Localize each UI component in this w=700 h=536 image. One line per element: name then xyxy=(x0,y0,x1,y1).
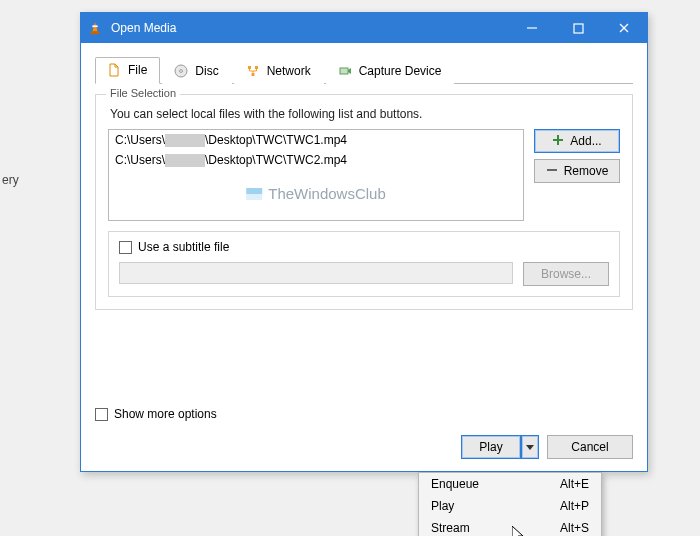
cursor-icon xyxy=(512,526,526,536)
background-text-fragment: ery xyxy=(2,173,19,187)
menu-item-stream[interactable]: Stream Alt+S xyxy=(419,517,601,536)
play-button-main[interactable]: Play xyxy=(461,435,521,459)
svg-rect-10 xyxy=(255,66,258,69)
tab-label: Capture Device xyxy=(359,64,442,78)
menu-label: Enqueue xyxy=(431,477,479,491)
remove-label: Remove xyxy=(564,164,609,178)
tab-strip: File Disc Network Capture Device xyxy=(95,57,633,84)
play-label: Play xyxy=(479,440,502,454)
svg-rect-12 xyxy=(340,68,348,74)
use-subtitle-label: Use a subtitle file xyxy=(138,240,229,254)
menu-label: Stream xyxy=(431,521,470,535)
menu-item-enqueue[interactable]: Enqueue Alt+E xyxy=(419,473,601,495)
svg-rect-2 xyxy=(91,32,100,35)
file-list[interactable]: C:\Users\\Desktop\TWC\TWC1.mp4 C:\Users\… xyxy=(108,129,524,221)
cancel-button[interactable]: Cancel xyxy=(547,435,633,459)
svg-point-8 xyxy=(180,69,183,72)
play-split-button[interactable]: Play xyxy=(461,435,539,459)
watermark-icon xyxy=(246,188,262,200)
file-selection-group: File Selection You can select local file… xyxy=(95,94,633,310)
close-button[interactable] xyxy=(601,13,647,43)
open-media-window: Open Media File Disc Network xyxy=(80,12,648,472)
minus-icon xyxy=(546,164,558,179)
titlebar: Open Media xyxy=(81,13,647,43)
redacted-text xyxy=(165,154,205,167)
network-icon xyxy=(245,63,261,79)
remove-button[interactable]: Remove xyxy=(534,159,620,183)
svg-rect-11 xyxy=(251,73,254,76)
menu-shortcut: Alt+E xyxy=(560,477,589,491)
watermark: TheWindowsClub xyxy=(246,185,386,202)
subtitle-path-input xyxy=(119,262,513,284)
tab-capture-device[interactable]: Capture Device xyxy=(326,57,455,84)
capture-icon xyxy=(337,63,353,79)
tab-network[interactable]: Network xyxy=(234,57,324,84)
window-title: Open Media xyxy=(109,21,509,35)
disc-icon xyxy=(173,63,189,79)
menu-item-play[interactable]: Play Alt+P xyxy=(419,495,601,517)
svg-marker-18 xyxy=(512,526,523,536)
minimize-button[interactable] xyxy=(509,13,555,43)
browse-button: Browse... xyxy=(523,262,609,286)
file-icon xyxy=(106,62,122,78)
play-button-dropdown[interactable] xyxy=(521,435,539,459)
list-item[interactable]: C:\Users\\Desktop\TWC\TWC2.mp4 xyxy=(109,150,523,170)
tab-disc[interactable]: Disc xyxy=(162,57,231,84)
svg-marker-17 xyxy=(526,445,534,450)
menu-label: Play xyxy=(431,499,454,513)
show-more-options-label: Show more options xyxy=(114,407,217,421)
vlc-icon xyxy=(81,21,109,35)
add-label: Add... xyxy=(570,134,601,148)
maximize-button[interactable] xyxy=(555,13,601,43)
tab-label: Network xyxy=(267,64,311,78)
redacted-text xyxy=(165,134,205,147)
play-dropdown-menu: Enqueue Alt+E Play Alt+P Stream Alt+S Co… xyxy=(418,472,602,536)
menu-shortcut: Alt+P xyxy=(560,499,589,513)
tab-file[interactable]: File xyxy=(95,57,160,84)
file-selection-legend: File Selection xyxy=(106,87,180,99)
tab-label: File xyxy=(128,63,147,77)
add-button[interactable]: Add... xyxy=(534,129,620,153)
show-more-options-checkbox[interactable] xyxy=(95,408,108,421)
svg-rect-1 xyxy=(92,25,97,27)
use-subtitle-checkbox[interactable] xyxy=(119,241,132,254)
file-selection-hint: You can select local files with the foll… xyxy=(110,107,620,121)
browse-label: Browse... xyxy=(541,267,591,281)
svg-rect-9 xyxy=(248,66,251,69)
list-item[interactable]: C:\Users\\Desktop\TWC\TWC1.mp4 xyxy=(109,130,523,150)
menu-shortcut: Alt+S xyxy=(560,521,589,535)
chevron-down-icon xyxy=(526,440,534,454)
tab-label: Disc xyxy=(195,64,218,78)
plus-icon xyxy=(552,134,564,149)
svg-rect-4 xyxy=(574,24,583,33)
cancel-label: Cancel xyxy=(571,440,608,454)
subtitle-group: Use a subtitle file Browse... xyxy=(108,231,620,297)
